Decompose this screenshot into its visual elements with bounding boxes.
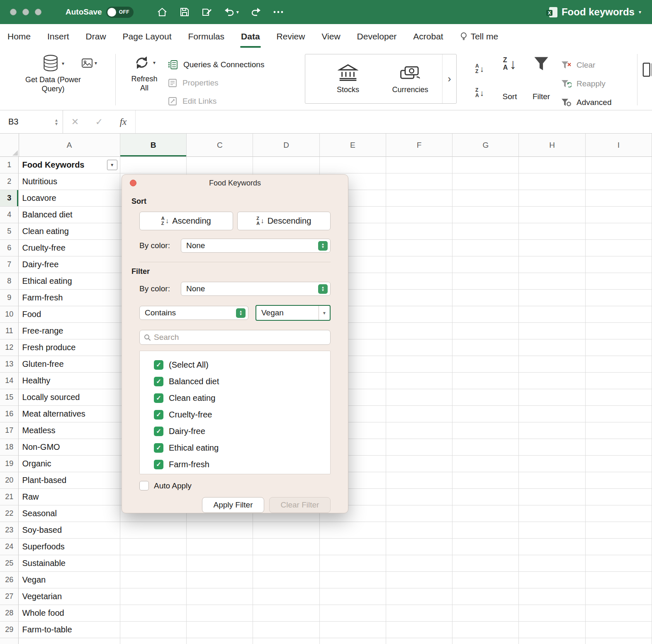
minimize-window-button[interactable]: [22, 9, 29, 15]
edit-links-button[interactable]: Edit Links: [168, 92, 264, 110]
cell-A28[interactable]: Whole food: [19, 605, 120, 622]
cell-A15[interactable]: Locally sourced: [19, 389, 120, 406]
cell-H3[interactable]: [519, 190, 585, 207]
combobox-dropdown-icon[interactable]: ▼: [319, 306, 330, 320]
cell-G18[interactable]: [453, 439, 519, 456]
row-header-5[interactable]: 5: [0, 223, 19, 240]
cell-B25[interactable]: [120, 555, 187, 572]
sort-button[interactable]: ZA ↓ Sort: [497, 55, 523, 105]
cell-I22[interactable]: [586, 505, 652, 522]
auto-apply-checkbox[interactable]: Auto Apply: [139, 481, 331, 490]
home-icon[interactable]: [157, 7, 168, 17]
cell-I6[interactable]: [586, 240, 652, 256]
text-to-columns-button[interactable]: [642, 61, 652, 78]
cell-I18[interactable]: [586, 439, 652, 456]
cell-E24[interactable]: [320, 539, 386, 555]
cell-B23[interactable]: [120, 522, 187, 539]
col-header-C[interactable]: C: [187, 134, 253, 157]
cell-A7[interactable]: Dairy-free: [19, 256, 120, 273]
cell-A14[interactable]: Healthy: [19, 373, 120, 389]
cell-I17[interactable]: [586, 422, 652, 439]
row-header-20[interactable]: 20: [0, 472, 19, 489]
tab-tell-me[interactable]: Tell me: [460, 24, 499, 49]
checkbox-icon[interactable]: ✓: [154, 393, 163, 403]
cell-D25[interactable]: [253, 555, 319, 572]
cell-A27[interactable]: Vegetarian: [19, 588, 120, 605]
row-header-15[interactable]: 15: [0, 389, 19, 406]
cell-G14[interactable]: [453, 373, 519, 389]
row-header-6[interactable]: 6: [0, 240, 19, 256]
cell-B26[interactable]: [120, 572, 187, 588]
row-header-7[interactable]: 7: [0, 256, 19, 273]
cell-H1[interactable]: [519, 157, 585, 173]
cell-A16[interactable]: Meat alternatives: [19, 406, 120, 422]
cell-A9[interactable]: Farm-fresh: [19, 290, 120, 306]
cell-D27[interactable]: [253, 588, 319, 605]
row-header-8[interactable]: 8: [0, 273, 19, 290]
cell-I23[interactable]: [586, 522, 652, 539]
cell-E25[interactable]: [320, 555, 386, 572]
cell-H14[interactable]: [519, 373, 585, 389]
cell-A4[interactable]: Balanced diet: [19, 207, 120, 223]
cell-G8[interactable]: [453, 273, 519, 290]
cell-E28[interactable]: [320, 605, 386, 622]
cell-D23[interactable]: [253, 522, 319, 539]
cell-G22[interactable]: [453, 505, 519, 522]
sort-ascending-dialog-button[interactable]: AZ↓ Ascending: [139, 212, 233, 230]
cell-B30[interactable]: [120, 638, 187, 644]
cell-C25[interactable]: [187, 555, 253, 572]
cell-H20[interactable]: [519, 472, 585, 489]
row-header-24[interactable]: 24: [0, 539, 19, 555]
cell-E30[interactable]: [320, 638, 386, 644]
cell-I15[interactable]: [586, 389, 652, 406]
tab-acrobat[interactable]: Acrobat: [413, 24, 443, 49]
apply-filter-button[interactable]: Apply Filter: [202, 497, 264, 513]
formula-input[interactable]: [135, 110, 652, 133]
cell-F7[interactable]: [386, 256, 453, 273]
filter-list-item[interactable]: ✓Clean eating: [154, 390, 330, 406]
cell-D26[interactable]: [253, 572, 319, 588]
cell-G4[interactable]: [453, 207, 519, 223]
cell-F23[interactable]: [386, 522, 453, 539]
zoom-window-button[interactable]: [35, 9, 41, 15]
cell-G7[interactable]: [453, 256, 519, 273]
tab-formulas[interactable]: Formulas: [188, 24, 225, 49]
cell-I21[interactable]: [586, 489, 652, 505]
cancel-entry-button[interactable]: ✕: [63, 110, 87, 133]
autosave-toggle[interactable]: OFF: [106, 7, 134, 18]
cell-G1[interactable]: [453, 157, 519, 173]
cell-I1[interactable]: [586, 157, 652, 173]
cell-H2[interactable]: [519, 173, 585, 190]
cell-F30[interactable]: [386, 638, 453, 644]
cell-A22[interactable]: Seasonal: [19, 505, 120, 522]
document-title-group[interactable]: X Food keywords ▾: [549, 6, 652, 18]
cell-F9[interactable]: [386, 290, 453, 306]
row-header-11[interactable]: 11: [0, 323, 19, 339]
cell-D1[interactable]: [253, 157, 319, 173]
cell-I25[interactable]: [586, 555, 652, 572]
sort-ascending-button[interactable]: AZ ↓: [475, 61, 484, 77]
cell-A5[interactable]: Clean eating: [19, 223, 120, 240]
cell-I7[interactable]: [586, 256, 652, 273]
row-header-26[interactable]: 26: [0, 572, 19, 588]
tab-draw[interactable]: Draw: [86, 24, 106, 49]
cell-H5[interactable]: [519, 223, 585, 240]
row-header-18[interactable]: 18: [0, 439, 19, 456]
row-header-10[interactable]: 10: [0, 306, 19, 323]
cell-H24[interactable]: [519, 539, 585, 555]
cell-G30[interactable]: [453, 638, 519, 644]
cell-F26[interactable]: [386, 572, 453, 588]
cell-I28[interactable]: [586, 605, 652, 622]
document-title-chevron-icon[interactable]: ▾: [639, 9, 641, 15]
filter-list-item[interactable]: ✓Dairy-free: [154, 423, 330, 439]
filter-list-item[interactable]: ✓Balanced diet: [154, 373, 330, 390]
cell-I8[interactable]: [586, 273, 652, 290]
cell-H10[interactable]: [519, 306, 585, 323]
tab-insert[interactable]: Insert: [47, 24, 69, 49]
undo-button[interactable]: ▾: [224, 7, 239, 17]
cell-H25[interactable]: [519, 555, 585, 572]
cell-B1[interactable]: [120, 157, 187, 173]
cell-E1[interactable]: [320, 157, 386, 173]
cell-C1[interactable]: [187, 157, 253, 173]
cell-G26[interactable]: [453, 572, 519, 588]
